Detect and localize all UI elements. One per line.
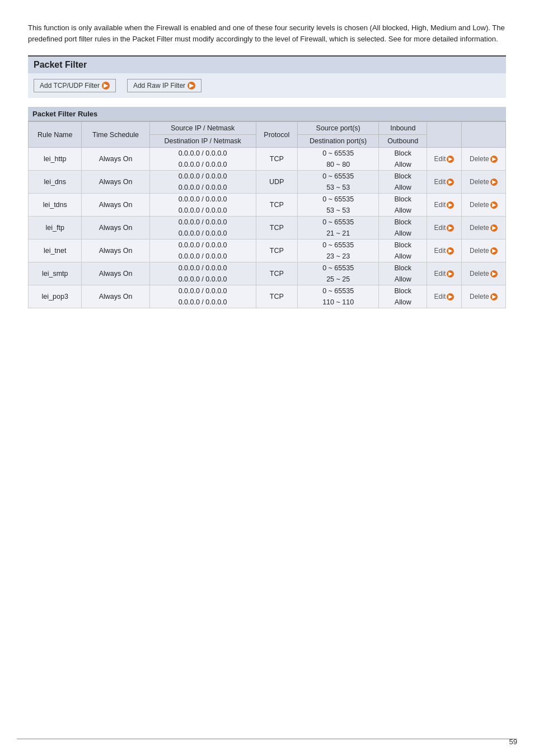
packet-filter-title: Packet Filter xyxy=(28,55,506,73)
edit-button[interactable]: Edit ▶ xyxy=(434,224,455,232)
cell-time-schedule: Always On xyxy=(82,285,149,308)
edit-button[interactable]: Edit ▶ xyxy=(434,247,455,255)
cell-rule-name: lei_http xyxy=(29,148,82,171)
cell-time-schedule: Always On xyxy=(82,262,149,285)
edit-icon: ▶ xyxy=(447,224,454,232)
intro-text: This function is only available when the… xyxy=(28,22,506,44)
cell-outbound: Allow xyxy=(379,228,427,240)
col-delete-header xyxy=(461,122,505,148)
cell-dest-ip: 0.0.0.0 / 0.0.0.0 xyxy=(149,274,256,285)
edit-button[interactable]: Edit ▶ xyxy=(434,293,455,300)
rules-table: Rule Name Time Schedule Source IP / Netm… xyxy=(28,121,506,308)
cell-delete[interactable]: Delete ▶ xyxy=(461,285,505,308)
cell-rule-name: lei_tdns xyxy=(29,194,82,217)
add-tcp-udp-filter-button[interactable]: Add TCP/UDP Filter ▶ xyxy=(34,79,116,92)
cell-outbound: Allow xyxy=(379,297,427,308)
delete-button[interactable]: Delete ▶ xyxy=(470,270,498,278)
edit-icon: ▶ xyxy=(447,270,454,278)
delete-button[interactable]: Delete ▶ xyxy=(470,178,498,186)
cell-delete[interactable]: Delete ▶ xyxy=(461,240,505,262)
cell-delete[interactable]: Delete ▶ xyxy=(461,171,505,194)
cell-delete[interactable]: Delete ▶ xyxy=(461,194,505,217)
add-raw-ip-filter-button[interactable]: Add Raw IP Filter ▶ xyxy=(127,79,202,92)
rules-section-title: Packet Filter Rules xyxy=(28,107,506,121)
col-dest-ip: Destination IP / Netmask xyxy=(149,135,256,148)
cell-edit[interactable]: Edit ▶ xyxy=(427,285,462,308)
cell-source-port: 0 ~ 65535 xyxy=(297,285,378,297)
cell-time-schedule: Always On xyxy=(82,171,149,194)
cell-inbound: Block xyxy=(379,285,427,297)
cell-rule-name: lei_dns xyxy=(29,171,82,194)
col-dest-ports: Destination port(s) xyxy=(297,135,378,148)
cell-dest-port: 25 ~ 25 xyxy=(297,274,378,285)
table-row: lei_smtp Always On 0.0.0.0 / 0.0.0.0 TCP… xyxy=(29,262,506,274)
delete-button[interactable]: Delete ▶ xyxy=(470,224,498,232)
delete-button[interactable]: Delete ▶ xyxy=(470,201,498,209)
delete-icon: ▶ xyxy=(490,201,498,209)
edit-icon: ▶ xyxy=(447,247,454,255)
col-outbound: Outbound xyxy=(379,135,427,148)
delete-button[interactable]: Delete ▶ xyxy=(470,155,498,163)
cell-rule-name: lei_smtp xyxy=(29,262,82,285)
cell-dest-port: 21 ~ 21 xyxy=(297,228,378,240)
delete-icon: ▶ xyxy=(490,179,498,186)
col-time-schedule: Time Schedule xyxy=(82,122,149,148)
delete-button[interactable]: Delete ▶ xyxy=(470,247,498,255)
cell-edit[interactable]: Edit ▶ xyxy=(427,240,462,262)
cell-outbound: Allow xyxy=(379,159,427,171)
cell-dest-port: 80 ~ 80 xyxy=(297,159,378,171)
cell-delete[interactable]: Delete ▶ xyxy=(461,217,505,240)
table-row: lei_tnet Always On 0.0.0.0 / 0.0.0.0 TCP… xyxy=(29,240,506,251)
edit-button[interactable]: Edit ▶ xyxy=(434,270,455,278)
add-tcp-udp-icon: ▶ xyxy=(102,82,110,90)
edit-icon: ▶ xyxy=(447,293,454,300)
table-row: lei_pop3 Always On 0.0.0.0 / 0.0.0.0 TCP… xyxy=(29,285,506,297)
edit-button[interactable]: Edit ▶ xyxy=(434,178,455,186)
cell-source-port: 0 ~ 65535 xyxy=(297,194,378,205)
table-row: lei_tdns Always On 0.0.0.0 / 0.0.0.0 TCP… xyxy=(29,194,506,205)
edit-icon: ▶ xyxy=(447,179,454,186)
col-edit-header xyxy=(427,122,462,148)
cell-source-ip: 0.0.0.0 / 0.0.0.0 xyxy=(149,240,256,251)
edit-button[interactable]: Edit ▶ xyxy=(434,201,455,209)
cell-edit[interactable]: Edit ▶ xyxy=(427,148,462,171)
cell-source-port: 0 ~ 65535 xyxy=(297,262,378,274)
cell-source-ip: 0.0.0.0 / 0.0.0.0 xyxy=(149,194,256,205)
cell-delete[interactable]: Delete ▶ xyxy=(461,148,505,171)
cell-rule-name: lei_ftp xyxy=(29,217,82,240)
cell-dest-port: 53 ~ 53 xyxy=(297,205,378,217)
cell-source-port: 0 ~ 65535 xyxy=(297,148,378,159)
cell-source-ip: 0.0.0.0 / 0.0.0.0 xyxy=(149,285,256,297)
cell-source-ip: 0.0.0.0 / 0.0.0.0 xyxy=(149,217,256,228)
cell-edit[interactable]: Edit ▶ xyxy=(427,171,462,194)
cell-protocol: TCP xyxy=(256,262,297,285)
cell-rule-name: lei_pop3 xyxy=(29,285,82,308)
cell-edit[interactable]: Edit ▶ xyxy=(427,217,462,240)
cell-edit[interactable]: Edit ▶ xyxy=(427,262,462,285)
cell-rule-name: lei_tnet xyxy=(29,240,82,262)
bottom-line xyxy=(17,739,517,739)
cell-inbound: Block xyxy=(379,217,427,228)
cell-inbound: Block xyxy=(379,262,427,274)
table-row: lei_http Always On 0.0.0.0 / 0.0.0.0 TCP… xyxy=(29,148,506,159)
col-protocol: Protocol xyxy=(256,122,297,148)
cell-protocol: TCP xyxy=(256,285,297,308)
table-row: lei_dns Always On 0.0.0.0 / 0.0.0.0 UDP … xyxy=(29,171,506,182)
col-source-ports: Source port(s) xyxy=(297,122,378,135)
edit-button[interactable]: Edit ▶ xyxy=(434,155,455,163)
cell-protocol: UDP xyxy=(256,171,297,194)
cell-source-ip: 0.0.0.0 / 0.0.0.0 xyxy=(149,171,256,182)
cell-protocol: TCP xyxy=(256,194,297,217)
cell-delete[interactable]: Delete ▶ xyxy=(461,262,505,285)
delete-button[interactable]: Delete ▶ xyxy=(470,293,498,300)
delete-icon: ▶ xyxy=(490,293,498,300)
edit-icon: ▶ xyxy=(447,156,454,163)
cell-dest-ip: 0.0.0.0 / 0.0.0.0 xyxy=(149,297,256,308)
edit-icon: ▶ xyxy=(447,201,454,209)
cell-dest-ip: 0.0.0.0 / 0.0.0.0 xyxy=(149,205,256,217)
cell-outbound: Allow xyxy=(379,274,427,285)
cell-edit[interactable]: Edit ▶ xyxy=(427,194,462,217)
cell-time-schedule: Always On xyxy=(82,240,149,262)
delete-icon: ▶ xyxy=(490,156,498,163)
cell-source-port: 0 ~ 65535 xyxy=(297,217,378,228)
